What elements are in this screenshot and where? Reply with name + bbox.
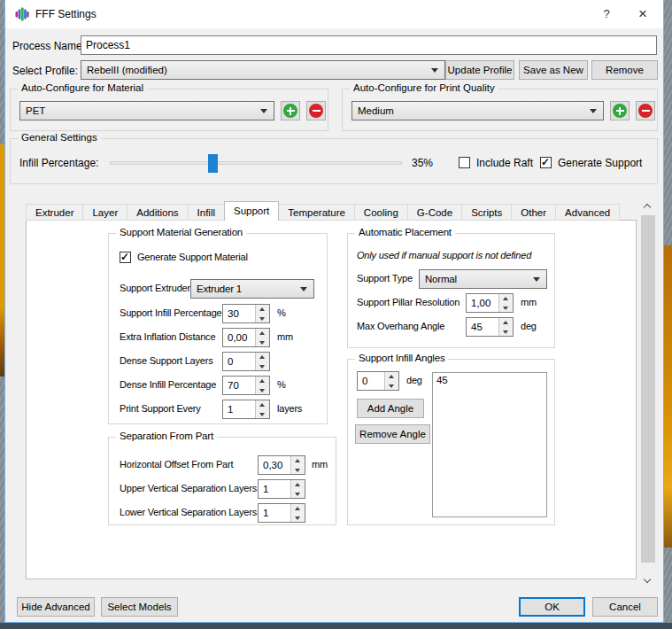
dense-infill-percentage-spinner[interactable] <box>222 376 270 395</box>
separation-from-part-group: Separation From Part Horizontal Offset F… <box>108 437 336 525</box>
spin-input[interactable] <box>223 400 255 418</box>
save-as-new-button[interactable]: Save as New <box>519 60 588 80</box>
horizontal-offset-spinner[interactable] <box>258 455 305 475</box>
spin-input[interactable] <box>223 305 255 322</box>
spin-input[interactable] <box>223 353 255 370</box>
unit-label: % <box>277 307 286 318</box>
spin-buttons[interactable] <box>290 456 305 474</box>
spin-buttons[interactable] <box>255 377 269 394</box>
spin-input[interactable] <box>467 294 498 312</box>
tab-scripts[interactable]: Scripts <box>461 204 512 221</box>
ok-button[interactable]: OK <box>519 597 585 617</box>
support-material-generation-title: Support Material Generation <box>116 227 246 237</box>
angle-spinner[interactable] <box>357 371 399 391</box>
add-quality-button[interactable] <box>610 101 630 120</box>
tab-advanced[interactable]: Advanced <box>555 204 620 221</box>
automatic-placement-title: Automatic Placement <box>355 227 455 237</box>
tab-extruder[interactable]: Extruder <box>26 204 83 221</box>
scroll-down-button[interactable] <box>640 573 656 588</box>
infill-percentage-label: Infill Percentage: <box>19 157 98 169</box>
process-name-input[interactable] <box>81 35 657 55</box>
minus-icon <box>638 104 653 118</box>
spin-buttons[interactable] <box>290 480 305 498</box>
auto-configure-quality-group: Auto-Configure for Print Quality Medium <box>342 89 658 131</box>
remove-profile-button[interactable]: Remove <box>591 60 658 80</box>
lower-vertical-separation-spinner[interactable] <box>258 503 305 523</box>
infill-slider-handle[interactable] <box>208 154 218 173</box>
extra-inflation-distance-spinner[interactable] <box>222 328 270 347</box>
auto-configure-material-title: Auto-Configure for Material <box>18 82 147 93</box>
remove-material-button[interactable] <box>306 101 326 120</box>
extra-inflation-distance-label: Extra Inflation Distance <box>120 331 215 342</box>
spin-buttons[interactable] <box>498 294 513 312</box>
support-infill-percentage-spinner[interactable] <box>222 304 270 323</box>
spin-input[interactable] <box>467 318 498 336</box>
material-select[interactable]: PET <box>19 101 274 120</box>
tab-other[interactable]: Other <box>511 204 556 221</box>
tab-infill[interactable]: Infill <box>188 204 225 221</box>
desktop-background: FFF Settings ? × Process Name: Select Pr… <box>0 0 672 629</box>
upper-vertical-separation-spinner[interactable] <box>258 479 305 499</box>
settings-tab-bar: Extruder Layer Additions Infill Support … <box>26 202 619 221</box>
print-support-every-spinner[interactable] <box>222 400 270 419</box>
spin-buttons[interactable] <box>255 353 269 370</box>
profile-select[interactable]: RebelII (modified) <box>81 60 445 80</box>
spin-input[interactable] <box>223 377 255 394</box>
generate-support-label: Generate Support <box>558 157 642 169</box>
tab-cooling[interactable]: Cooling <box>354 204 408 221</box>
unit-label: layers <box>277 403 302 414</box>
spin-input[interactable] <box>223 329 255 346</box>
spin-input[interactable] <box>259 504 290 522</box>
chevron-down-icon <box>590 109 597 117</box>
hide-advanced-button[interactable]: Hide Advanced <box>17 597 95 617</box>
add-material-button[interactable] <box>281 101 300 120</box>
list-item[interactable]: 45 <box>433 373 546 387</box>
quality-select[interactable]: Medium <box>351 101 604 120</box>
support-type-label: Support Type <box>357 273 413 283</box>
spin-buttons[interactable] <box>498 318 513 336</box>
spin-buttons[interactable] <box>290 504 305 522</box>
spin-buttons[interactable] <box>255 329 269 346</box>
angle-list[interactable]: 45 <box>432 372 547 517</box>
tab-additions[interactable]: Additions <box>127 204 188 221</box>
support-type-select[interactable]: Normal <box>419 269 547 289</box>
update-profile-button[interactable]: Update Profile <box>445 60 514 80</box>
quality-select-value: Medium <box>352 105 586 116</box>
cancel-button[interactable]: Cancel <box>592 597 658 617</box>
spin-buttons[interactable] <box>384 372 398 390</box>
spin-buttons[interactable] <box>255 305 269 322</box>
support-extruder-label: Support Extruder <box>120 283 190 293</box>
spin-buttons[interactable] <box>255 400 269 418</box>
panel-scrollbar[interactable] <box>640 198 656 588</box>
spin-input[interactable] <box>358 372 384 390</box>
support-infill-percentage-label: Support Infill Percentage <box>120 307 221 318</box>
chevron-up-icon <box>644 204 651 211</box>
tab-gcode[interactable]: G-Code <box>407 204 462 221</box>
include-raft-checkbox[interactable] <box>459 157 470 168</box>
tab-support[interactable]: Support <box>224 201 279 221</box>
close-button[interactable]: × <box>628 0 658 28</box>
support-extruder-select[interactable]: Extruder 1 <box>190 279 314 299</box>
infill-percentage-value: 35% <box>412 157 433 169</box>
help-button[interactable]: ? <box>592 0 621 28</box>
scroll-up-button[interactable] <box>640 198 656 214</box>
generate-support-checkbox[interactable] <box>540 157 552 168</box>
remove-quality-button[interactable] <box>636 101 655 120</box>
tab-temperature[interactable]: Temperature <box>278 204 355 221</box>
support-pillar-resolution-spinner[interactable] <box>466 293 514 313</box>
chevron-down-icon <box>644 576 651 583</box>
spin-input[interactable] <box>259 456 290 474</box>
tab-layer[interactable]: Layer <box>82 204 127 221</box>
bottom-strip <box>0 623 672 629</box>
remove-angle-button[interactable]: Remove Angle <box>355 424 430 444</box>
dense-support-layers-label: Dense Support Layers <box>120 355 212 366</box>
generate-support-material-checkbox[interactable] <box>120 252 131 263</box>
scrollbar-thumb[interactable] <box>641 215 655 563</box>
max-overhang-angle-spinner[interactable] <box>466 317 514 337</box>
infill-slider[interactable] <box>110 161 402 165</box>
select-models-button[interactable]: Select Models <box>101 597 178 617</box>
add-angle-button[interactable]: Add Angle <box>357 399 424 418</box>
dense-support-layers-spinner[interactable] <box>222 352 270 371</box>
profile-select-value: RebelII (modified) <box>81 65 428 75</box>
spin-input[interactable] <box>259 480 290 498</box>
